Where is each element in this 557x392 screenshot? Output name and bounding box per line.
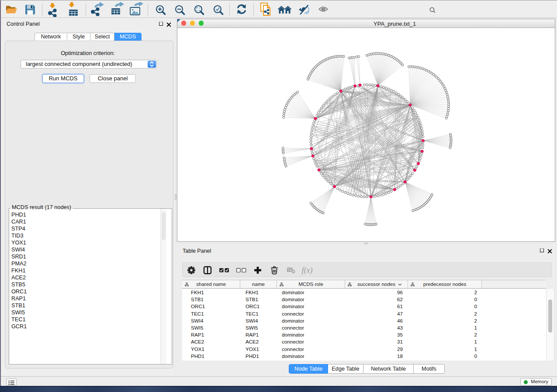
svg-text:f(x): f(x) (302, 266, 313, 275)
